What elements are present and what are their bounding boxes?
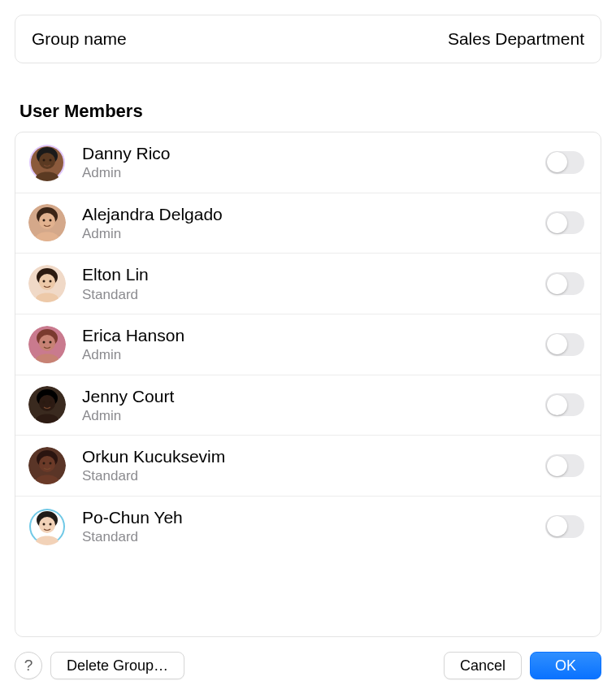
member-role: Admin: [82, 226, 545, 242]
help-button[interactable]: ?: [15, 652, 42, 679]
member-toggle[interactable]: [545, 454, 584, 477]
member-info: Alejandra DelgadoAdmin: [82, 204, 545, 243]
member-role: Standard: [82, 529, 545, 545]
member-info: Po-Chun YehStandard: [82, 507, 545, 546]
member-row: Erica HansonAdmin: [15, 314, 601, 375]
member-name: Elton Lin: [82, 264, 545, 285]
avatar: [28, 265, 66, 302]
svg-point-24: [43, 401, 46, 404]
member-toggle[interactable]: [545, 393, 584, 416]
avatar: [28, 204, 66, 241]
member-name: Alejandra Delgado: [82, 204, 545, 225]
group-name-label: Group name: [32, 29, 127, 49]
member-toggle[interactable]: [545, 333, 584, 356]
member-row: Elton LinStandard: [15, 254, 601, 314]
member-role: Admin: [82, 408, 545, 424]
member-row: Alejandra DelgadoAdmin: [15, 193, 601, 254]
svg-point-30: [50, 462, 52, 465]
svg-point-10: [50, 219, 52, 222]
group-name-value: Sales Department: [448, 29, 584, 49]
member-row: Orkun KucuksevimStandard: [15, 436, 601, 497]
avatar: [28, 508, 66, 545]
member-info: Elton LinStandard: [82, 264, 545, 303]
user-members-heading: User Members: [20, 101, 601, 122]
group-name-field[interactable]: Group name Sales Department: [15, 15, 601, 63]
member-role: Standard: [82, 287, 545, 303]
svg-point-35: [43, 523, 46, 525]
member-role: Admin: [82, 165, 545, 181]
ok-button[interactable]: OK: [530, 652, 601, 679]
avatar: [28, 326, 66, 363]
member-name: Danny Rico: [82, 143, 545, 164]
member-name: Orkun Kucuksevim: [82, 446, 545, 467]
member-toggle[interactable]: [545, 151, 584, 174]
member-row: Jenny CourtAdmin: [15, 375, 601, 436]
cancel-button[interactable]: Cancel: [444, 652, 522, 679]
svg-point-4: [43, 158, 46, 161]
member-row: Danny RicoAdmin: [15, 132, 601, 193]
svg-point-25: [50, 401, 52, 404]
svg-point-20: [50, 340, 52, 343]
user-members-list: Danny RicoAdmin Alejandra DelgadoAdmin E…: [15, 132, 601, 637]
member-toggle[interactable]: [545, 515, 584, 538]
svg-point-14: [43, 280, 46, 283]
avatar: [28, 447, 66, 484]
svg-point-15: [50, 280, 52, 283]
member-row: Po-Chun YehStandard: [15, 497, 601, 551]
member-info: Danny RicoAdmin: [82, 143, 545, 182]
member-info: Erica HansonAdmin: [82, 325, 545, 364]
member-info: Jenny CourtAdmin: [82, 386, 545, 425]
member-name: Po-Chun Yeh: [82, 507, 545, 528]
member-name: Erica Hanson: [82, 325, 545, 346]
member-role: Admin: [82, 347, 545, 363]
dialog-footer: ? Delete Group… Cancel OK: [15, 637, 601, 679]
avatar: [28, 386, 66, 423]
member-role: Standard: [82, 468, 545, 484]
svg-point-19: [43, 340, 46, 343]
svg-point-36: [50, 523, 52, 525]
member-info: Orkun KucuksevimStandard: [82, 446, 545, 485]
member-toggle[interactable]: [545, 272, 584, 295]
svg-point-5: [50, 158, 52, 161]
member-toggle[interactable]: [545, 211, 584, 234]
delete-group-button[interactable]: Delete Group…: [50, 652, 184, 679]
avatar: [28, 144, 66, 181]
svg-point-9: [43, 219, 46, 222]
svg-point-29: [43, 462, 46, 465]
member-name: Jenny Court: [82, 386, 545, 407]
